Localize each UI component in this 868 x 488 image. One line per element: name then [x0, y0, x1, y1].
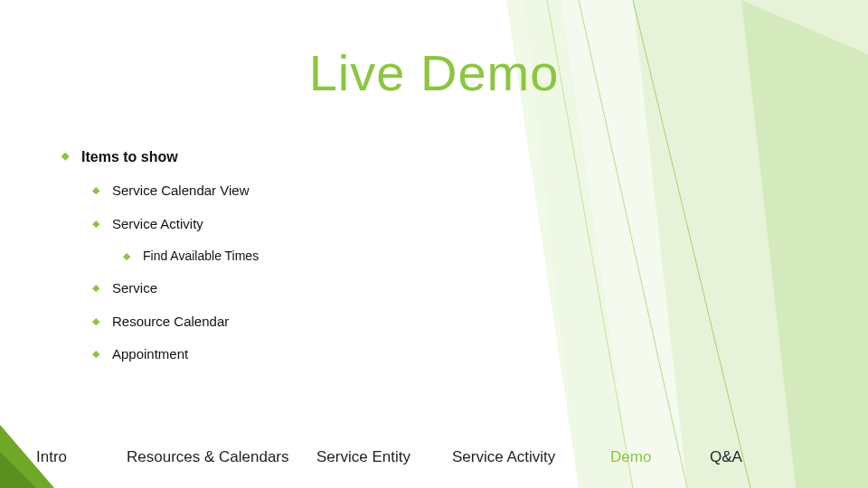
nav-demo[interactable]: Demo [610, 448, 710, 466]
bullet-subitem: Find Available Times [123, 247, 796, 266]
bullet-heading: Items to show Service Calendar View Serv… [61, 146, 796, 365]
section-nav: Intro Resources & Calendars Service Enti… [0, 448, 868, 466]
bullet-item: Service [92, 278, 796, 299]
bullet-text: Find Available Times [143, 249, 259, 263]
slide-content: Items to show Service Calendar View Serv… [61, 146, 796, 378]
bullet-heading-text: Items to show [81, 149, 178, 164]
bullet-text: Resource Calendar [112, 314, 229, 329]
bullet-item: Appointment [92, 344, 796, 365]
bullet-item: Resource Calendar [92, 312, 796, 333]
slide-title: Live Demo [0, 43, 868, 102]
bullet-text: Service [112, 280, 157, 296]
nav-entity[interactable]: Service Entity [316, 448, 452, 466]
nav-resources[interactable]: Resources & Calendars [127, 448, 316, 466]
bullet-text: Service Calendar View [112, 183, 249, 198]
bullet-item: Service Activity Find Available Times [92, 214, 796, 267]
bullet-item: Service Calendar View [92, 181, 796, 202]
bullet-text: Service Activity [112, 216, 203, 231]
nav-intro[interactable]: Intro [36, 448, 127, 466]
nav-activity[interactable]: Service Activity [452, 448, 610, 466]
bullet-text: Appointment [112, 346, 188, 361]
slide: Live Demo Items to show Service Calendar… [0, 0, 868, 488]
nav-qa[interactable]: Q&A [710, 448, 742, 466]
